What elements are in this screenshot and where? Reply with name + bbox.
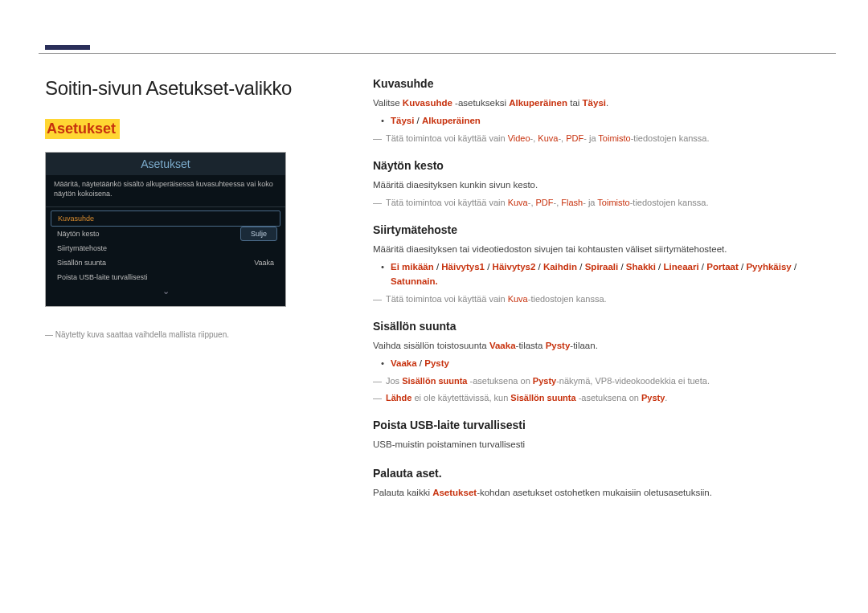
- text: -tiedostojen kanssa.: [631, 133, 710, 143]
- shot-item-siirtyma: Siirtymätehoste: [46, 241, 285, 255]
- text: tai: [567, 98, 583, 108]
- settings-screenshot: Asetukset Määritä, näytetäänkö sisältö a…: [45, 152, 286, 307]
- kw: Asetukset: [432, 488, 477, 497]
- kw: Flash: [561, 198, 583, 207]
- text: Tätä toimintoa voi käyttää vain: [386, 294, 508, 304]
- text: .: [665, 393, 667, 403]
- shot-item-value: Vaaka: [254, 259, 274, 267]
- kw: Pysty: [424, 358, 449, 368]
- screenshot-caption: Näytetty kuva saattaa vaihdella mallista…: [45, 329, 334, 340]
- shot-item-kuvasuhde: Kuvasuhde: [51, 210, 280, 227]
- page-content: Soitin-sivun Asetukset-valikko Asetukset…: [45, 77, 836, 504]
- chevron-down-icon: ⌄: [46, 284, 285, 300]
- text: -asetuksena on: [467, 376, 532, 386]
- kw: Toimisto: [598, 133, 630, 143]
- page-title: Soitin-sivun Asetukset-valikko: [45, 77, 334, 100]
- text: Tätä toimintoa voi käyttää vain: [386, 133, 508, 143]
- note-naytonkesto: Tätä toimintoa voi käyttää vain Kuva-, P…: [373, 196, 836, 210]
- heading-sisallon: Sisällön suunta: [373, 320, 836, 333]
- kw: Vaaka: [489, 341, 516, 350]
- para-siirtyma: Määritä diaesityksen tai videotiedoston …: [373, 243, 836, 257]
- kw: Pysty: [546, 341, 571, 350]
- text: ei ole käytettävissä, kun: [411, 393, 510, 403]
- header-accent: [45, 45, 90, 50]
- right-column: Kuvasuhde Valitse Kuvasuhde -asetukseksi…: [373, 77, 836, 504]
- text: -kohdan asetukset ostohetken mukaisiin o…: [477, 488, 712, 497]
- shot-item-label: Poista USB-laite turvallisesti: [57, 273, 148, 281]
- kw: Sisällön suunta: [510, 393, 575, 403]
- shot-item-label: Siirtymätehoste: [57, 244, 107, 252]
- para-poistausb: USB-muistin poistaminen turvallisesti: [373, 438, 836, 452]
- kw: Täysi: [391, 116, 414, 125]
- note-sisallon-2: Lähde ei ole käytettävissä, kun Sisällön…: [373, 391, 836, 405]
- text: -näkymä, VP8-videokoodekkia ei tueta.: [556, 376, 710, 386]
- shot-item-poistausb: Poista USB-laite turvallisesti: [46, 270, 285, 284]
- shot-item-sisallon: Sisällön suuntaVaaka: [46, 255, 285, 270]
- text: Jos: [386, 376, 402, 386]
- kw: Video: [508, 133, 530, 143]
- text: Vaihda sisällön toistosuunta: [373, 341, 489, 350]
- text: -tilaan.: [570, 341, 598, 350]
- kw: Kuva: [508, 294, 528, 304]
- para-kuvasuhde: Valitse Kuvasuhde -asetukseksi Alkuperäi…: [373, 96, 836, 111]
- shot-item-label: Kuvasuhde: [58, 215, 94, 223]
- note-siirtyma: Tätä toimintoa voi käyttää vain Kuva-tie…: [373, 292, 836, 306]
- bullet-sisallon-opts: Vaaka / Pysty: [373, 357, 836, 371]
- kw: Kuvasuhde: [403, 98, 452, 108]
- kw: Alkuperäinen: [422, 116, 481, 125]
- text: -asetuksena on: [576, 393, 641, 403]
- kw: Vaaka: [391, 358, 417, 368]
- kw: Kuva: [538, 133, 558, 143]
- note-sisallon-1: Jos Sisällön suunta -asetuksena on Pysty…: [373, 374, 836, 388]
- bullet-siirtyma-opts: Ei mikään / Häivytys1 / Häivytys2 / Kaih…: [373, 260, 836, 289]
- kw: Alkuperäinen: [509, 98, 567, 108]
- para-palauta: Palauta kaikki Asetukset-kohdan asetukse…: [373, 486, 836, 501]
- shot-title: Asetukset: [46, 153, 285, 175]
- kw: PDF: [566, 133, 583, 143]
- para-sisallon: Vaihda sisällön toistosuunta Vaaka-tilas…: [373, 339, 836, 353]
- header-rule: [39, 53, 836, 54]
- bullet-kuvasuhde-opts: Täysi / Alkuperäinen: [373, 114, 836, 129]
- heading-palauta: Palauta aset.: [373, 467, 836, 480]
- text: -tiedostojen kanssa.: [630, 198, 709, 207]
- shot-description: Määritä, näytetäänkö sisältö alkuperäise…: [46, 175, 285, 207]
- kw: Pysty: [533, 376, 556, 386]
- note-kuvasuhde: Tätä toimintoa voi käyttää vain Video-, …: [373, 132, 836, 145]
- shot-close-button: Sulje: [240, 227, 277, 241]
- heading-siirtyma: Siirtymätehoste: [373, 223, 836, 236]
- shot-item-label: Näytön kesto: [57, 230, 100, 238]
- kw: PDF: [536, 198, 554, 207]
- heading-naytonkesto: Näytön kesto: [373, 159, 836, 172]
- text: -tiedostojen kanssa.: [528, 294, 607, 304]
- kw: Täysi: [583, 98, 606, 108]
- text: Tätä toimintoa voi käyttää vain: [386, 198, 508, 207]
- text: Palauta kaikki: [373, 488, 432, 497]
- kw: Lähde: [386, 393, 411, 403]
- shot-item-label: Sisällön suunta: [57, 259, 106, 267]
- heading-kuvasuhde: Kuvasuhde: [373, 77, 836, 90]
- text: -tilasta: [516, 341, 546, 350]
- shot-menu-list: Kuvasuhde Näytön kesto Sulje Siirtymäteh…: [46, 207, 285, 306]
- kw: Toimisto: [597, 198, 629, 207]
- kw: Pysty: [641, 393, 665, 403]
- left-column: Soitin-sivun Asetukset-valikko Asetukset…: [45, 77, 334, 504]
- kw: Sisällön suunta: [402, 376, 467, 386]
- para-naytonkesto: Määritä diaesityksen kunkin sivun kesto.: [373, 178, 836, 193]
- text: .: [606, 98, 608, 108]
- text: -asetukseksi: [452, 98, 509, 108]
- text: Valitse: [373, 98, 403, 108]
- section-title: Asetukset: [45, 119, 120, 139]
- kw: Kuva: [508, 198, 528, 207]
- heading-poistausb: Poista USB-laite turvallisesti: [373, 419, 836, 431]
